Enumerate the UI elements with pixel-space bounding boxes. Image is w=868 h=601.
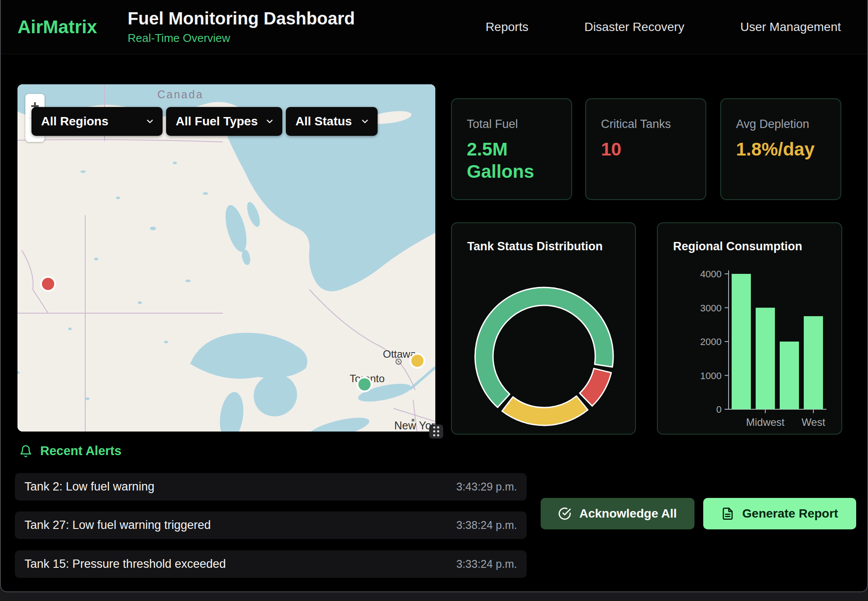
map-canvas[interactable]: Canada Ottawa Toronto New York bbox=[17, 84, 435, 432]
acknowledge-all-button[interactable]: Acknowledge All bbox=[541, 498, 694, 529]
brand-logo[interactable]: AirMatrix bbox=[17, 17, 97, 38]
alert-row[interactable]: Tank 15: Pressure threshold exceeded 3:3… bbox=[15, 550, 527, 578]
alerts-header: Recent Alerts bbox=[19, 444, 122, 458]
alert-time: 3:38:24 p.m. bbox=[456, 519, 517, 532]
map-filters: All Regions All Fuel Types All Status bbox=[31, 107, 378, 136]
nav-item-user-management[interactable]: User Management bbox=[740, 20, 841, 34]
generate-report-label: Generate Report bbox=[742, 507, 838, 521]
chevron-down-icon bbox=[265, 117, 274, 126]
stat-value: 2.5M Gallons bbox=[467, 138, 556, 183]
regional-consumption-card: Regional Consumption 01000200030004000Mi… bbox=[657, 222, 842, 435]
stat-card-critical-tanks: Critical Tanks 10 bbox=[585, 98, 706, 200]
generate-report-button[interactable]: Generate Report bbox=[703, 498, 856, 529]
svg-text:1000: 1000 bbox=[700, 370, 722, 381]
bell-icon bbox=[19, 445, 32, 458]
svg-text:4000: 4000 bbox=[700, 269, 722, 280]
alert-time: 3:33:24 p.m. bbox=[456, 558, 517, 570]
alert-row[interactable]: Tank 2: Low fuel warning 3:43:29 p.m. bbox=[15, 473, 527, 501]
fuel-type-filter-value: All Fuel Types bbox=[176, 114, 258, 128]
regional-consumption-bar-chart: 01000200030004000MidwestWest bbox=[658, 223, 843, 435]
stat-value: 10 bbox=[601, 138, 691, 160]
svg-text:2000: 2000 bbox=[700, 336, 722, 347]
stat-card-avg-depletion: Avg Depletion 1.8%/day bbox=[720, 98, 841, 200]
alert-text: Tank 15: Pressure threshold exceeded bbox=[24, 557, 226, 571]
alerts-title: Recent Alerts bbox=[40, 444, 122, 458]
map-label-canada: Canada bbox=[157, 88, 204, 100]
alert-text: Tank 2: Low fuel warning bbox=[24, 480, 154, 494]
svg-text:3000: 3000 bbox=[700, 303, 722, 314]
region-filter-dropdown[interactable]: All Regions bbox=[31, 107, 163, 136]
fuel-type-filter-dropdown[interactable]: All Fuel Types bbox=[166, 107, 282, 136]
status-filter-value: All Status bbox=[295, 114, 352, 128]
stat-value: 1.8%/day bbox=[736, 138, 826, 160]
app-window: AirMatrix Fuel Monitoring Dashboard Real… bbox=[0, 0, 868, 592]
region-filter-value: All Regions bbox=[41, 114, 108, 128]
tank-marker-normal[interactable] bbox=[358, 377, 372, 391]
stat-card-total-fuel: Total Fuel 2.5M Gallons bbox=[451, 98, 572, 200]
svg-text:Midwest: Midwest bbox=[746, 416, 785, 428]
nav-item-disaster-recovery[interactable]: Disaster Recovery bbox=[584, 20, 684, 34]
svg-text:0: 0 bbox=[716, 404, 722, 415]
nav-item-reports[interactable]: Reports bbox=[486, 20, 528, 34]
svg-text:West: West bbox=[802, 416, 826, 428]
tank-marker-warning[interactable] bbox=[410, 354, 424, 368]
page-title: Fuel Monitoring Dashboard bbox=[128, 9, 355, 28]
alert-row[interactable]: Tank 27: Low fuel warning triggered 3:38… bbox=[15, 511, 527, 539]
stat-label: Total Fuel bbox=[467, 117, 556, 131]
check-circle-icon bbox=[558, 507, 571, 520]
status-filter-dropdown[interactable]: All Status bbox=[286, 107, 378, 136]
header: AirMatrix Fuel Monitoring Dashboard Real… bbox=[1, 0, 867, 54]
donut-chart-title: Tank Status Distribution bbox=[467, 240, 635, 253]
stat-label: Avg Depletion bbox=[736, 117, 826, 131]
top-nav: Reports Disaster Recovery User Managemen… bbox=[486, 20, 841, 34]
map-panel[interactable]: Canada Ottawa Toronto New York + All Reg… bbox=[17, 84, 435, 432]
stat-label: Critical Tanks bbox=[601, 117, 691, 131]
alert-text: Tank 27: Low fuel warning triggered bbox=[24, 518, 211, 532]
alert-time: 3:43:29 p.m. bbox=[456, 480, 517, 493]
tank-status-donut-chart bbox=[470, 282, 618, 431]
title-block: Fuel Monitoring Dashboard Real-Time Over… bbox=[128, 9, 355, 45]
acknowledge-all-label: Acknowledge All bbox=[579, 507, 677, 521]
tank-marker-critical[interactable] bbox=[41, 277, 55, 291]
report-file-icon bbox=[721, 507, 734, 520]
chevron-down-icon bbox=[360, 117, 370, 126]
chevron-down-icon bbox=[145, 117, 155, 126]
tank-status-card: Tank Status Distribution bbox=[451, 222, 636, 435]
resize-handle[interactable] bbox=[429, 425, 443, 439]
page-subtitle: Real-Time Overview bbox=[128, 31, 355, 45]
